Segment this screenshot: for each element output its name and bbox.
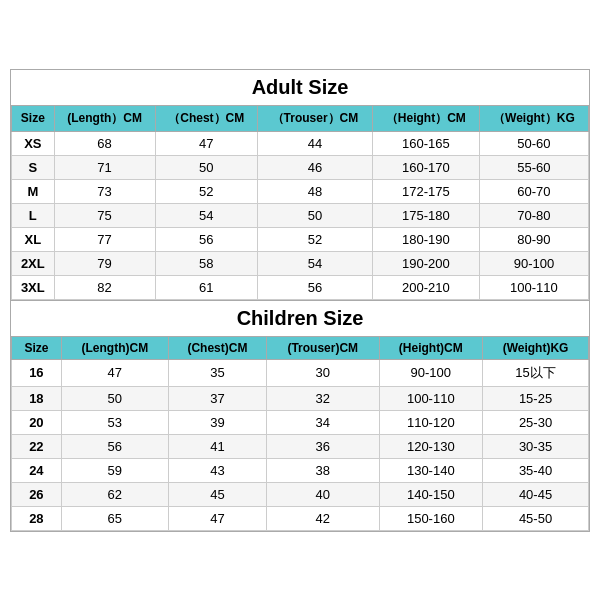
table-cell: 35 bbox=[168, 359, 266, 386]
table-cell: 56 bbox=[155, 227, 257, 251]
adult-col-header: （Height）CM bbox=[372, 105, 479, 131]
table-cell: 54 bbox=[155, 203, 257, 227]
table-row: L755450175-18070-80 bbox=[12, 203, 589, 227]
table-cell: XS bbox=[12, 131, 55, 155]
table-cell: 50 bbox=[258, 203, 373, 227]
table-cell: 59 bbox=[61, 458, 168, 482]
table-cell: 28 bbox=[12, 506, 62, 530]
table-cell: 35-40 bbox=[483, 458, 589, 482]
table-cell: 100-110 bbox=[379, 386, 483, 410]
table-cell: 38 bbox=[267, 458, 380, 482]
table-cell: 41 bbox=[168, 434, 266, 458]
table-cell: 25-30 bbox=[483, 410, 589, 434]
table-cell: 56 bbox=[61, 434, 168, 458]
table-cell: 130-140 bbox=[379, 458, 483, 482]
table-cell: 45-50 bbox=[483, 506, 589, 530]
table-cell: 52 bbox=[258, 227, 373, 251]
children-col-header: (Length)CM bbox=[61, 336, 168, 359]
table-cell: 3XL bbox=[12, 275, 55, 299]
table-cell: 42 bbox=[267, 506, 380, 530]
table-row: 24594338130-14035-40 bbox=[12, 458, 589, 482]
adult-col-header: （Trouser）CM bbox=[258, 105, 373, 131]
table-cell: 73 bbox=[54, 179, 155, 203]
table-cell: 34 bbox=[267, 410, 380, 434]
children-table-body: 1647353090-10015以下18503732100-11015-2520… bbox=[12, 359, 589, 530]
table-cell: 40-45 bbox=[483, 482, 589, 506]
adult-table-header: Size(Length）CM（Chest）CM（Trouser）CM（Heigh… bbox=[12, 105, 589, 131]
adult-title: Adult Size bbox=[11, 70, 589, 105]
size-chart: Adult Size Size(Length）CM（Chest）CM（Trous… bbox=[10, 69, 590, 532]
table-cell: 16 bbox=[12, 359, 62, 386]
table-cell: 172-175 bbox=[372, 179, 479, 203]
table-cell: 60-70 bbox=[479, 179, 588, 203]
table-cell: 22 bbox=[12, 434, 62, 458]
table-cell: 44 bbox=[258, 131, 373, 155]
table-cell: 24 bbox=[12, 458, 62, 482]
table-cell: 40 bbox=[267, 482, 380, 506]
children-col-header: Size bbox=[12, 336, 62, 359]
table-cell: XL bbox=[12, 227, 55, 251]
table-cell: 68 bbox=[54, 131, 155, 155]
table-cell: 160-170 bbox=[372, 155, 479, 179]
table-cell: 90-100 bbox=[379, 359, 483, 386]
table-cell: 190-200 bbox=[372, 251, 479, 275]
table-cell: 30 bbox=[267, 359, 380, 386]
table-cell: 18 bbox=[12, 386, 62, 410]
table-cell: 62 bbox=[61, 482, 168, 506]
table-cell: 37 bbox=[168, 386, 266, 410]
table-cell: 110-120 bbox=[379, 410, 483, 434]
table-row: XS684744160-16550-60 bbox=[12, 131, 589, 155]
table-cell: 50 bbox=[61, 386, 168, 410]
table-cell: 77 bbox=[54, 227, 155, 251]
table-cell: 15-25 bbox=[483, 386, 589, 410]
table-cell: 2XL bbox=[12, 251, 55, 275]
table-cell: 58 bbox=[155, 251, 257, 275]
table-cell: 43 bbox=[168, 458, 266, 482]
children-table-header: Size(Length)CM(Chest)CM(Trouser)CM(Heigh… bbox=[12, 336, 589, 359]
table-row: 3XL826156200-210100-110 bbox=[12, 275, 589, 299]
table-cell: 45 bbox=[168, 482, 266, 506]
children-col-header: (Weight)KG bbox=[483, 336, 589, 359]
children-table: Size(Length)CM(Chest)CM(Trouser)CM(Heigh… bbox=[11, 336, 589, 531]
table-cell: L bbox=[12, 203, 55, 227]
table-cell: 54 bbox=[258, 251, 373, 275]
table-cell: 52 bbox=[155, 179, 257, 203]
table-cell: 70-80 bbox=[479, 203, 588, 227]
table-cell: 90-100 bbox=[479, 251, 588, 275]
adult-col-header: （Weight）KG bbox=[479, 105, 588, 131]
table-cell: 55-60 bbox=[479, 155, 588, 179]
table-cell: 80-90 bbox=[479, 227, 588, 251]
children-col-header: (Trouser)CM bbox=[267, 336, 380, 359]
table-row: XL775652180-19080-90 bbox=[12, 227, 589, 251]
table-cell: 50-60 bbox=[479, 131, 588, 155]
table-cell: 75 bbox=[54, 203, 155, 227]
table-cell: 160-165 bbox=[372, 131, 479, 155]
table-cell: 39 bbox=[168, 410, 266, 434]
table-cell: 71 bbox=[54, 155, 155, 179]
table-row: 28654742150-16045-50 bbox=[12, 506, 589, 530]
table-cell: 32 bbox=[267, 386, 380, 410]
table-cell: 15以下 bbox=[483, 359, 589, 386]
table-cell: 150-160 bbox=[379, 506, 483, 530]
table-cell: 36 bbox=[267, 434, 380, 458]
children-col-header: (Height)CM bbox=[379, 336, 483, 359]
table-cell: 120-130 bbox=[379, 434, 483, 458]
table-cell: 53 bbox=[61, 410, 168, 434]
table-cell: 65 bbox=[61, 506, 168, 530]
table-cell: 47 bbox=[155, 131, 257, 155]
adult-table-body: XS684744160-16550-60S715046160-17055-60M… bbox=[12, 131, 589, 299]
table-cell: 175-180 bbox=[372, 203, 479, 227]
table-cell: 26 bbox=[12, 482, 62, 506]
adult-col-header: （Chest）CM bbox=[155, 105, 257, 131]
table-cell: 47 bbox=[168, 506, 266, 530]
table-row: 2XL795854190-20090-100 bbox=[12, 251, 589, 275]
table-row: M735248172-17560-70 bbox=[12, 179, 589, 203]
table-cell: 180-190 bbox=[372, 227, 479, 251]
table-cell: 61 bbox=[155, 275, 257, 299]
table-row: 1647353090-10015以下 bbox=[12, 359, 589, 386]
table-cell: 30-35 bbox=[483, 434, 589, 458]
table-cell: 79 bbox=[54, 251, 155, 275]
table-row: 20533934110-12025-30 bbox=[12, 410, 589, 434]
table-cell: 82 bbox=[54, 275, 155, 299]
table-row: S715046160-17055-60 bbox=[12, 155, 589, 179]
